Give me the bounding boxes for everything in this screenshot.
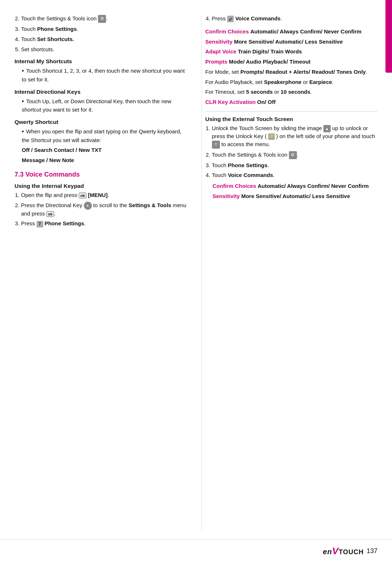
settings-icon-2 bbox=[289, 151, 297, 159]
adapt-voice-line: Adapt Voice Train Digits/ Train Words bbox=[205, 48, 378, 56]
divider bbox=[205, 111, 378, 112]
list-item: Open the flip and press ok [MENU]. bbox=[21, 191, 187, 199]
brand-v: V bbox=[332, 545, 339, 556]
voice-commands-icon: 3# bbox=[227, 16, 234, 22]
list-item: Press 3# Voice Commands. bbox=[212, 15, 378, 23]
brand-en: en bbox=[323, 548, 332, 556]
ok-icon-2: ok bbox=[46, 211, 54, 217]
prompts-line: Prompts Mode/ Audio Playback/ Timeout bbox=[205, 58, 378, 66]
list-item: Touch Phone Settings. bbox=[212, 161, 378, 169]
brand-logo: enVTOUCH bbox=[323, 545, 364, 557]
confirm-choices-line: Confirm Choices Automatic/ Always Confir… bbox=[205, 28, 378, 36]
sensitivity2-line: Sensitivity More Sensitive/ Automatic/ L… bbox=[213, 192, 378, 200]
ok-icon: ok bbox=[79, 193, 86, 198]
lock-image-icon: ▲ bbox=[323, 125, 331, 132]
internal-directional-keys-heading: Internal Directional Keys bbox=[15, 89, 187, 95]
list-item: Unlock the Touch Screen by sliding the i… bbox=[212, 124, 378, 149]
list-item: Touch Shortcut 1, 2, 3, or 4, then touch… bbox=[22, 67, 187, 83]
off-search-line2: Message / New Note bbox=[22, 156, 187, 164]
list-item: Set shortcuts. bbox=[21, 45, 187, 53]
right-column: Press 3# Voice Commands. Confirm Choices… bbox=[201, 15, 378, 532]
list-item: When you open the flip and start typing … bbox=[22, 127, 187, 144]
list-item: Touch Up, Left, or Down Directional Key,… bbox=[22, 97, 187, 114]
internal-my-shortcuts-section: Internal My Shortcuts Touch Shortcut 1, … bbox=[15, 58, 187, 83]
sensitivity-line: Sensitivity More Sensitive/ Automatic/ L… bbox=[205, 38, 378, 46]
menu-grid-icon: ⠿ bbox=[212, 141, 220, 149]
for-timeout-line: For Timeout, set 5 seconds or 10 seconds… bbox=[205, 88, 378, 96]
qwerty-shortcut-section: Qwerty Shortcut When you open the flip a… bbox=[15, 119, 187, 164]
for-mode-line: For Mode, set Prompts/ Readout + Alerts/… bbox=[205, 68, 378, 76]
columns: Touch the Settings & Tools icon . Touch … bbox=[0, 15, 392, 532]
list-item: Touch the Settings & Tools icon . bbox=[21, 15, 187, 23]
key-icon: 🔑 bbox=[268, 133, 275, 140]
for-audio-line: For Audio Playback, set Speakerphone or … bbox=[205, 78, 378, 86]
clr-key-line: CLR Key Activation On/ Off bbox=[205, 98, 378, 106]
steps-before-section: Touch the Settings & Tools icon . Touch … bbox=[15, 15, 187, 53]
left-column: Touch the Settings & Tools icon . Touch … bbox=[15, 15, 191, 532]
step4-press-voice-commands: Press 3# Voice Commands. bbox=[205, 15, 378, 23]
list-item: Touch Voice Commands. bbox=[212, 171, 378, 179]
phone-settings-icon: 7 bbox=[37, 221, 43, 227]
qwerty-shortcut-heading: Qwerty Shortcut bbox=[15, 119, 187, 125]
list-item: Press the Directional Key to scroll to t… bbox=[21, 201, 187, 218]
pink-bar bbox=[385, 0, 392, 73]
voice-commands-section: 7.3 Voice Commands Using the Internal Ke… bbox=[15, 171, 187, 227]
list-item: Touch Set Shortcuts. bbox=[21, 35, 187, 43]
directional-key-icon bbox=[84, 202, 92, 210]
voice-commands-heading: 7.3 Voice Commands bbox=[15, 171, 187, 178]
confirm-choices2-line: Confirm Choices Automatic/ Always Confir… bbox=[213, 182, 378, 190]
confirm-choices-section: Confirm Choices Automatic/ Always Confir… bbox=[205, 28, 378, 106]
internal-my-shortcuts-heading: Internal My Shortcuts bbox=[15, 58, 187, 65]
using-internal-keypad-heading: Using the Internal Keypad bbox=[15, 183, 187, 189]
list-item: Touch Phone Settings. bbox=[21, 25, 187, 33]
internal-directional-keys-section: Internal Directional Keys Touch Up, Left… bbox=[15, 89, 187, 114]
using-external-section: Using the External Touch Screen Unlock t… bbox=[205, 116, 378, 200]
off-search-line1: Off / Search Contact / New TXT bbox=[22, 146, 187, 154]
footer: enVTOUCH 137 bbox=[0, 539, 392, 564]
page: Touch the Settings & Tools icon . Touch … bbox=[0, 0, 392, 564]
page-number: 137 bbox=[367, 547, 377, 555]
brand-touch: TOUCH bbox=[339, 548, 364, 556]
using-external-heading: Using the External Touch Screen bbox=[205, 116, 378, 122]
list-item: Touch the Settings & Tools icon . bbox=[212, 151, 378, 159]
settings-icon bbox=[98, 15, 106, 23]
list-item: Press 7 Phone Settings. bbox=[21, 219, 187, 227]
